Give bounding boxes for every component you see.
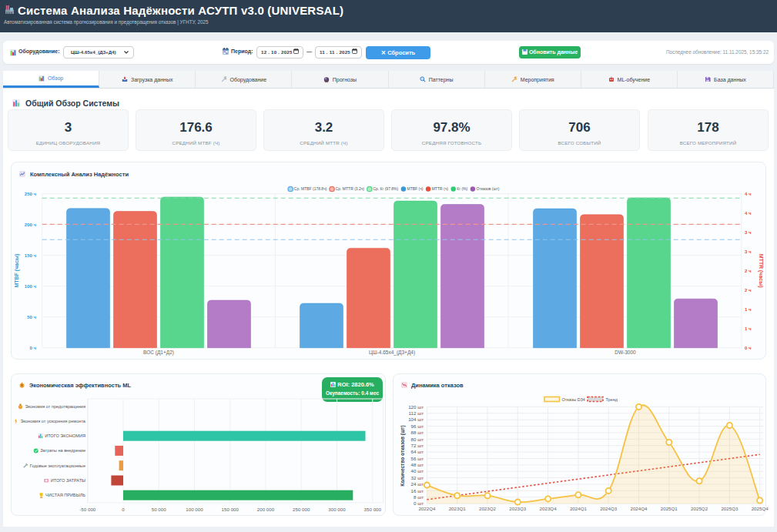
svg-text:Отказов (шт): Отказов (шт) — [477, 186, 500, 191]
svg-text:112 шт: 112 шт — [409, 410, 424, 416]
svg-text:ЦШ-4.65х4_(Д3+Д4): ЦШ-4.65х4_(Д3+Д4) — [369, 350, 415, 356]
svg-text:MTTR (часы): MTTR (часы) — [758, 254, 764, 288]
svg-text:0 ч: 0 ч — [745, 346, 752, 350]
svg-text:3 ч: 3 ч — [745, 249, 752, 254]
svg-text:250 000: 250 000 — [293, 507, 310, 512]
svg-text:0 ч: 0 ч — [30, 346, 37, 350]
svg-text:MTTR (ч): MTTR (ч) — [432, 186, 449, 191]
svg-text:Кг (%): Кг (%) — [457, 186, 467, 191]
svg-text:Ср. MTBF (178.8ч): Ср. MTBF (178.8ч) — [294, 186, 327, 191]
svg-text:250 ч: 250 ч — [25, 192, 37, 196]
svg-text:ИТОГО ЗАТРАТЫ: ИТОГО ЗАТРАТЫ — [51, 478, 85, 483]
svg-text:16 шт: 16 шт — [411, 488, 424, 494]
svg-text:2023Q2: 2023Q2 — [479, 506, 497, 511]
svg-text:Затраты на внедрение: Затраты на внедрение — [40, 448, 85, 453]
svg-text:2025Q2: 2025Q2 — [691, 506, 708, 511]
svg-text:MTBF (ч): MTBF (ч) — [407, 186, 424, 191]
svg-text:150 ч: 150 ч — [25, 253, 37, 258]
svg-text:ИТОГО ЭКОНОМИЯ: ИТОГО ЭКОНОМИЯ — [45, 433, 85, 438]
svg-text:1 ч: 1 ч — [745, 307, 752, 312]
svg-text:2025Q1: 2025Q1 — [661, 506, 678, 511]
svg-text:32 шт: 32 шт — [411, 475, 424, 480]
svg-text:88 шт: 88 шт — [411, 430, 424, 435]
svg-text:Экономия от предотвращения: Экономия от предотвращения — [25, 404, 85, 409]
svg-text:56 шт: 56 шт — [411, 456, 424, 461]
svg-text:72 шт: 72 шт — [411, 443, 424, 448]
svg-text:8 шт: 8 шт — [414, 494, 424, 500]
svg-text:1 ч: 1 ч — [745, 326, 752, 331]
svg-text:MTBF (часы): MTBF (часы) — [14, 254, 20, 288]
svg-text:2024Q1: 2024Q1 — [570, 506, 588, 511]
svg-text:300 000: 300 000 — [328, 507, 346, 512]
svg-text:ВОС (Д1+Д2): ВОС (Д1+Д2) — [143, 350, 174, 356]
svg-text:Экономия от ускорения ремонта: Экономия от ускорения ремонта — [20, 419, 85, 423]
svg-text:DW-3000: DW-3000 — [615, 350, 636, 355]
svg-text:Ср. Кг (97.8%): Ср. Кг (97.8%) — [373, 186, 398, 191]
svg-text:Тренд: Тренд — [606, 397, 618, 402]
svg-text:96 шт: 96 шт — [411, 423, 424, 429]
svg-text:64 шт: 64 шт — [411, 449, 424, 454]
svg-text:ЧИСТАЯ ПРИБЫЛЬ: ЧИСТАЯ ПРИБЫЛЬ — [45, 493, 85, 497]
svg-text:2023Q4: 2023Q4 — [540, 506, 558, 511]
svg-text:2023Q1: 2023Q1 — [449, 506, 467, 511]
svg-text:350 000: 350 000 — [364, 507, 382, 512]
svg-text:0: 0 — [122, 507, 125, 512]
svg-text:Ср. MTTR (3.2ч): Ср. MTTR (3.2ч) — [336, 186, 365, 191]
svg-text:3 ч: 3 ч — [745, 230, 752, 235]
svg-text:2025Q3: 2025Q3 — [721, 506, 738, 511]
svg-text:40 шт: 40 шт — [411, 468, 424, 473]
svg-text:2 ч: 2 ч — [745, 288, 752, 293]
svg-text:200 ч: 200 ч — [25, 223, 37, 227]
svg-text:2023Q3: 2023Q3 — [509, 506, 527, 511]
svg-text:50 000: 50 000 — [152, 507, 166, 512]
svg-text:100 ч: 100 ч — [25, 284, 37, 289]
svg-text:2025Q4: 2025Q4 — [752, 506, 769, 511]
svg-text:2022Q4: 2022Q4 — [418, 506, 436, 511]
svg-text:Годовые эксплуатационные: Годовые эксплуатационные — [30, 463, 85, 468]
svg-text:50 ч: 50 ч — [27, 315, 36, 320]
svg-text:2024Q4: 2024Q4 — [630, 506, 648, 511]
svg-text:150 000: 150 000 — [222, 507, 239, 512]
svg-text:4 ч: 4 ч — [745, 211, 752, 216]
svg-text:24 шт: 24 шт — [411, 481, 424, 487]
svg-text:-50 000: -50 000 — [79, 507, 96, 512]
svg-text:4 ч: 4 ч — [745, 192, 752, 196]
svg-text:100 000: 100 000 — [186, 507, 203, 512]
svg-text:48 шт: 48 шт — [411, 462, 424, 467]
svg-text:104 шт: 104 шт — [408, 417, 424, 422]
svg-text:2024Q3: 2024Q3 — [600, 506, 618, 511]
svg-text:80 шт: 80 шт — [411, 437, 424, 442]
svg-text:120 шт: 120 шт — [408, 404, 424, 410]
svg-text:200 000: 200 000 — [257, 507, 275, 512]
svg-text:Количество отказов (шт): Количество отказов (шт) — [400, 425, 406, 486]
svg-text:Отказы D34: Отказы D34 — [562, 397, 585, 402]
svg-text:2 ч: 2 ч — [745, 269, 752, 273]
